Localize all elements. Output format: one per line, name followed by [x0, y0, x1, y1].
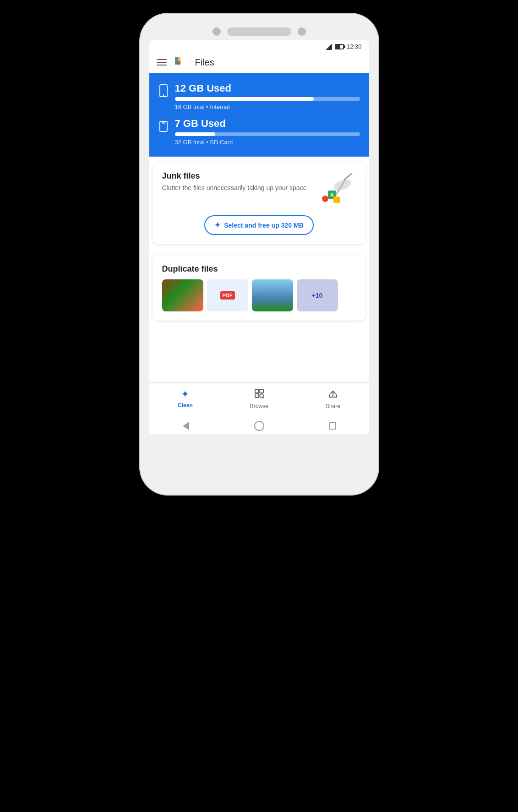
duplicate-thumbnails: PDF +10: [162, 279, 356, 311]
svg-rect-5: [178, 57, 180, 61]
speaker-grille: [227, 27, 291, 36]
browse-icon: [254, 388, 264, 401]
home-button[interactable]: [253, 420, 266, 432]
camera-dot: [213, 27, 221, 36]
sdcard-storage-info: 7 GB Used 32 GB total • SD Card: [175, 118, 360, 146]
phone-device: 12:30 File: [140, 14, 378, 495]
thumb-pdf[interactable]: PDF: [207, 279, 248, 311]
svg-point-19: [322, 196, 328, 202]
internal-storage-bar: [175, 97, 360, 101]
junk-card-description: Clutter the files unnecessarily taking u…: [162, 184, 307, 193]
sparkle-icon: ✦: [214, 221, 220, 229]
junk-card-text: Junk files Clutter the files unnecessari…: [162, 171, 307, 193]
recents-icon: [329, 422, 336, 430]
sdcard-storage-icon: [158, 120, 169, 135]
battery-icon: [335, 44, 344, 49]
sdcard-storage-fill: [175, 132, 216, 136]
nav-item-share[interactable]: Share: [316, 387, 349, 411]
svg-rect-26: [255, 394, 259, 398]
internal-storage-title: 12 GB Used: [175, 82, 360, 94]
svg-rect-22: [255, 389, 259, 393]
clean-label: Clean: [178, 402, 193, 409]
pdf-badge: PDF: [220, 291, 235, 300]
sensor-dot: [298, 27, 306, 36]
recents-button[interactable]: [326, 420, 339, 432]
internal-storage-item: 12 GB Used 16 GB total • Internal: [158, 82, 360, 110]
sdcard-storage-bar: [175, 132, 360, 136]
junk-files-card: Junk files Clutter the files unnecessari…: [153, 162, 365, 244]
app-title: Files: [195, 57, 214, 68]
menu-button[interactable]: [157, 59, 167, 65]
thumb-more[interactable]: +10: [297, 279, 338, 311]
storage-section: 12 GB Used 16 GB total • Internal: [149, 73, 369, 157]
svg-marker-8: [180, 57, 182, 59]
internal-storage-info: 12 GB Used 16 GB total • Internal: [175, 82, 360, 110]
signal-icon: [326, 44, 332, 50]
internal-storage-icon: [158, 84, 169, 100]
nav-item-clean[interactable]: ✦ Clean: [169, 387, 202, 411]
status-bar: 12:30: [149, 40, 369, 52]
junk-icon: A: [320, 171, 356, 208]
app-bar: Files: [149, 52, 369, 73]
nav-item-browse[interactable]: Browse: [241, 387, 278, 411]
more-count: +10: [312, 292, 323, 299]
svg-marker-0: [326, 44, 332, 50]
svg-rect-4: [175, 57, 178, 61]
share-icon: [328, 388, 338, 401]
free-up-button[interactable]: ✦ Select and free up 320 MB: [204, 215, 314, 235]
bottom-nav: ✦ Clean Browse: [149, 382, 369, 414]
browse-label: Browse: [250, 403, 268, 409]
duplicate-files-card: Duplicate files PDF +10: [153, 255, 365, 321]
phone-notch: [149, 27, 369, 36]
thumb-fruit[interactable]: [162, 279, 203, 311]
phone-screen: 12:30 File: [149, 40, 369, 434]
clean-icon: ✦: [181, 388, 189, 400]
junk-card-heading: Junk files: [162, 171, 307, 181]
duplicate-card-heading: Duplicate files: [162, 264, 356, 274]
thumb-sky[interactable]: [252, 279, 293, 311]
home-icon: [254, 421, 264, 431]
internal-storage-fill: [175, 97, 314, 101]
back-icon: [183, 422, 189, 430]
system-nav-bar: [149, 414, 369, 434]
internal-storage-subtitle: 16 GB total • Internal: [175, 104, 360, 110]
app-logo: [174, 55, 188, 69]
svg-line-21: [344, 174, 352, 180]
svg-rect-20: [333, 196, 340, 203]
free-up-label: Select and free up 320 MB: [224, 222, 304, 229]
status-time: 12:30: [347, 43, 362, 50]
sdcard-storage-item: 7 GB Used 32 GB total • SD Card: [158, 118, 360, 146]
share-label: Share: [326, 403, 340, 409]
back-button[interactable]: [180, 420, 192, 432]
svg-rect-7: [178, 61, 180, 65]
sdcard-storage-title: 7 GB Used: [175, 118, 360, 130]
sdcard-storage-subtitle: 32 GB total • SD Card: [175, 139, 360, 146]
svg-rect-6: [175, 61, 178, 65]
svg-text:A: A: [330, 192, 333, 197]
status-icons: 12:30: [326, 43, 362, 50]
svg-line-25: [263, 397, 264, 398]
svg-rect-23: [260, 389, 263, 393]
junk-card-header: Junk files Clutter the files unnecessari…: [162, 171, 356, 208]
